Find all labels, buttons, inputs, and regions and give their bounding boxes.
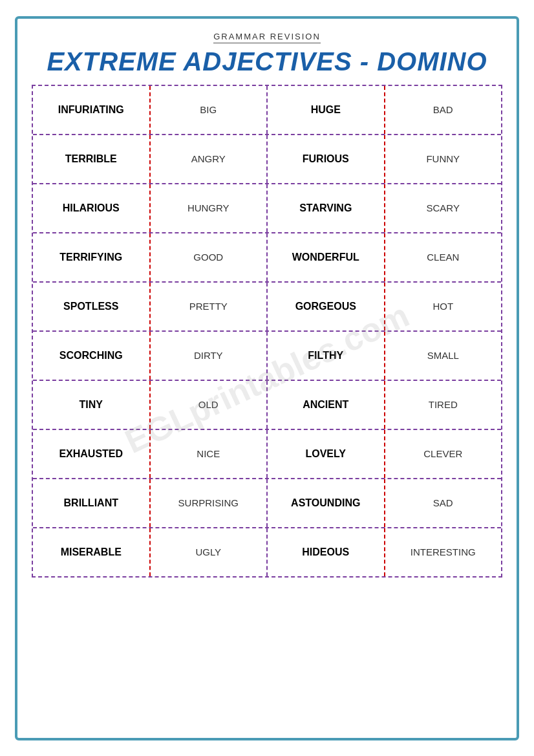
cell-text-9-1: UGLY	[195, 546, 221, 557]
cell-text-0-3: BAD	[433, 104, 453, 115]
cell-text-1-2: FURIOUS	[303, 153, 349, 165]
cell-0-1: BIG	[151, 86, 268, 134]
cell-text-8-1: SURPRISING	[178, 497, 239, 508]
cell-text-0-1: BIG	[200, 104, 217, 115]
cell-9-0: MISERABLE	[33, 528, 151, 576]
cell-0-0: INFURIATING	[33, 86, 151, 134]
domino-row-2: HILARIOUSHUNGRYSTARVINGSCARY	[33, 184, 501, 233]
cell-7-3: CLEVER	[385, 430, 502, 478]
cell-text-7-1: NICE	[197, 448, 220, 459]
cell-6-2: ANCIENT	[268, 381, 385, 429]
cell-3-1: GOOD	[151, 233, 268, 281]
page: GRAMMAR REVISION EXTREME ADJECTIVES - DO…	[15, 16, 519, 740]
cell-text-8-0: BRILLIANT	[64, 497, 118, 509]
cell-8-3: SAD	[385, 479, 502, 527]
cell-5-0: SCORCHING	[33, 332, 151, 380]
cell-text-9-3: INTERESTING	[411, 546, 476, 557]
cell-0-2: HUGE	[268, 86, 385, 134]
cell-6-3: TIRED	[385, 381, 502, 429]
cell-text-7-3: CLEVER	[423, 448, 462, 459]
domino-row-5: SCORCHINGDIRTYFILTHYSMALL	[33, 332, 501, 381]
cell-7-2: LOVELY	[268, 430, 385, 478]
cell-text-9-2: HIDEOUS	[302, 546, 349, 558]
cell-1-2: FURIOUS	[268, 135, 385, 183]
domino-row-1: TERRIBLEANGRYFURIOUSFUNNY	[33, 135, 501, 184]
cell-text-2-0: HILARIOUS	[63, 202, 120, 214]
cell-text-9-0: MISERABLE	[61, 546, 122, 558]
cell-3-2: WONDERFUL	[268, 233, 385, 281]
cell-text-7-2: LOVELY	[305, 448, 346, 460]
cell-3-3: CLEAN	[385, 233, 502, 281]
domino-row-9: MISERABLEUGLYHIDEOUSINTERESTING	[33, 528, 501, 576]
cell-text-7-0: EXHAUSTED	[59, 448, 123, 460]
cell-9-3: INTERESTING	[385, 528, 502, 576]
cell-8-2: ASTOUNDING	[268, 479, 385, 527]
cell-2-0: HILARIOUS	[33, 184, 151, 232]
cell-text-2-3: SCARY	[427, 202, 460, 213]
cell-0-3: BAD	[385, 86, 502, 134]
cell-text-8-3: SAD	[433, 497, 453, 508]
cell-4-2: GORGEOUS	[268, 283, 385, 330]
cell-2-2: STARVING	[268, 184, 385, 232]
cell-text-1-1: ANGRY	[191, 153, 226, 164]
domino-row-0: INFURIATINGBIGHUGEBAD	[33, 86, 501, 135]
cell-text-5-1: DIRTY	[194, 350, 223, 361]
subtitle: GRAMMAR REVISION	[213, 32, 321, 43]
cell-text-2-2: STARVING	[299, 202, 352, 214]
cell-6-0: TINY	[33, 381, 151, 429]
cell-1-1: ANGRY	[151, 135, 268, 183]
cell-text-5-2: FILTHY	[308, 350, 343, 362]
cell-7-0: EXHAUSTED	[33, 430, 151, 478]
cell-text-5-3: SMALL	[427, 350, 459, 361]
cell-2-3: SCARY	[385, 184, 502, 232]
cell-text-3-2: WONDERFUL	[292, 252, 359, 263]
cell-text-6-3: TIRED	[429, 399, 458, 410]
cell-text-3-1: GOOD	[193, 252, 223, 263]
cell-9-1: UGLY	[151, 528, 268, 576]
domino-row-3: TERRIFYINGGOODWONDERFULCLEAN	[33, 233, 501, 283]
cell-4-0: SPOTLESS	[33, 283, 151, 330]
cell-text-8-2: ASTOUNDING	[291, 497, 360, 509]
cell-3-0: TERRIFYING	[33, 233, 151, 281]
cell-text-4-1: PRETTY	[189, 301, 228, 312]
cell-text-0-2: HUGE	[311, 104, 341, 116]
domino-row-8: BRILLIANTSURPRISINGASTOUNDINGSAD	[33, 479, 501, 528]
cell-6-1: OLD	[151, 381, 268, 429]
cell-1-0: TERRIBLE	[33, 135, 151, 183]
cell-text-0-0: INFURIATING	[58, 104, 124, 116]
domino-grid: INFURIATINGBIGHUGEBADTERRIBLEANGRYFURIOU…	[32, 85, 502, 578]
domino-row-7: EXHAUSTEDNICELOVELYCLEVER	[33, 430, 501, 479]
cell-4-3: HOT	[385, 283, 502, 330]
cell-text-6-0: TINY	[80, 399, 103, 411]
cell-text-4-3: HOT	[433, 301, 453, 312]
header: GRAMMAR REVISION EXTREME ADJECTIVES - DO…	[32, 30, 502, 76]
domino-row-6: TINYOLDANCIENTTIRED	[33, 381, 501, 430]
cell-5-2: FILTHY	[268, 332, 385, 380]
cell-text-4-2: GORGEOUS	[295, 301, 356, 312]
cell-text-3-3: CLEAN	[427, 252, 459, 263]
cell-text-1-3: FUNNY	[426, 153, 460, 164]
cell-8-0: BRILLIANT	[33, 479, 151, 527]
cell-8-1: SURPRISING	[151, 479, 268, 527]
cell-2-1: HUNGRY	[151, 184, 268, 232]
cell-text-1-0: TERRIBLE	[65, 153, 117, 165]
cell-text-6-2: ANCIENT	[303, 399, 348, 411]
cell-text-3-0: TERRIFYING	[59, 252, 122, 263]
cell-text-6-1: OLD	[198, 399, 219, 410]
cell-text-4-0: SPOTLESS	[63, 301, 118, 312]
cell-1-3: FUNNY	[385, 135, 502, 183]
cell-5-1: DIRTY	[151, 332, 268, 380]
cell-7-1: NICE	[151, 430, 268, 478]
cell-text-2-1: HUNGRY	[187, 202, 230, 213]
cell-5-3: SMALL	[385, 332, 502, 380]
cell-4-1: PRETTY	[151, 283, 268, 330]
main-title: EXTREME ADJECTIVES - DOMINO	[32, 47, 502, 76]
cell-text-5-0: SCORCHING	[59, 350, 123, 362]
cell-9-2: HIDEOUS	[268, 528, 385, 576]
domino-row-4: SPOTLESSPRETTYGORGEOUSHOT	[33, 283, 501, 332]
